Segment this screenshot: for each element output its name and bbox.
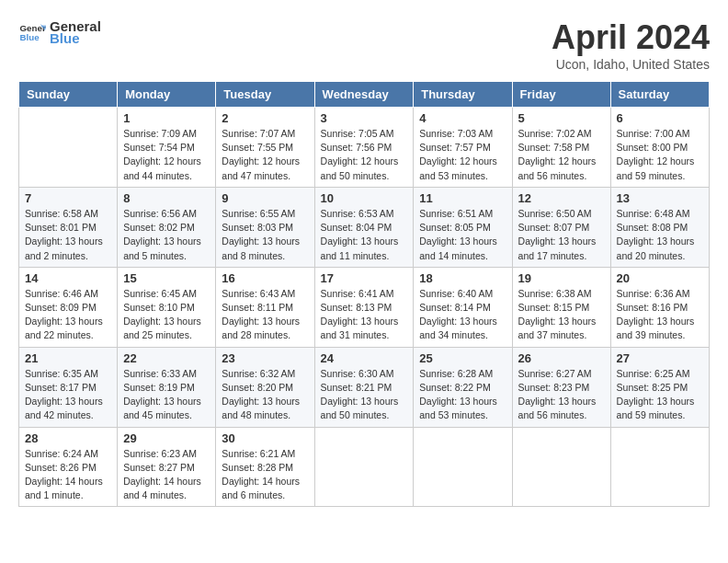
day-info: Sunrise: 6:56 AM Sunset: 8:02 PM Dayligh… — [123, 207, 210, 263]
logo: General Blue General Blue — [18, 18, 101, 46]
weekday-header-cell: Thursday — [414, 82, 512, 108]
day-number: 29 — [123, 431, 210, 445]
day-info: Sunrise: 6:24 AM Sunset: 8:26 PM Dayligh… — [25, 447, 111, 503]
calendar-day-cell — [314, 427, 414, 507]
calendar-day-cell: 3Sunrise: 7:05 AM Sunset: 7:56 PM Daylig… — [314, 108, 414, 188]
calendar-day-cell: 30Sunrise: 6:21 AM Sunset: 8:28 PM Dayli… — [216, 427, 314, 507]
calendar-body: 1Sunrise: 7:09 AM Sunset: 7:54 PM Daylig… — [19, 108, 710, 507]
day-info: Sunrise: 6:33 AM Sunset: 8:19 PM Dayligh… — [123, 367, 210, 423]
calendar-day-cell: 22Sunrise: 6:33 AM Sunset: 8:19 PM Dayli… — [118, 347, 216, 427]
day-number: 3 — [321, 111, 408, 125]
calendar-day-cell — [512, 427, 610, 507]
calendar-day-cell: 17Sunrise: 6:41 AM Sunset: 8:13 PM Dayli… — [314, 267, 414, 347]
day-info: Sunrise: 6:28 AM Sunset: 8:22 PM Dayligh… — [419, 367, 506, 423]
day-info: Sunrise: 6:53 AM Sunset: 8:04 PM Dayligh… — [321, 207, 408, 263]
day-number: 6 — [617, 111, 703, 125]
calendar-day-cell: 18Sunrise: 6:40 AM Sunset: 8:14 PM Dayli… — [414, 267, 512, 347]
day-info: Sunrise: 7:00 AM Sunset: 8:00 PM Dayligh… — [617, 127, 703, 183]
day-info: Sunrise: 7:07 AM Sunset: 7:55 PM Dayligh… — [222, 127, 308, 183]
day-info: Sunrise: 6:38 AM Sunset: 8:15 PM Dayligh… — [518, 287, 605, 343]
calendar-day-cell: 9Sunrise: 6:55 AM Sunset: 8:03 PM Daylig… — [216, 187, 314, 267]
weekday-header-cell: Tuesday — [216, 82, 314, 108]
calendar-day-cell: 14Sunrise: 6:46 AM Sunset: 8:09 PM Dayli… — [19, 267, 118, 347]
calendar-day-cell — [19, 108, 118, 188]
day-number: 19 — [518, 271, 605, 285]
calendar-day-cell: 13Sunrise: 6:48 AM Sunset: 8:08 PM Dayli… — [610, 187, 709, 267]
day-info: Sunrise: 7:03 AM Sunset: 7:57 PM Dayligh… — [419, 127, 506, 183]
calendar-week-row: 14Sunrise: 6:46 AM Sunset: 8:09 PM Dayli… — [19, 267, 710, 347]
title-block: April 2024 Ucon, Idaho, United States — [552, 18, 710, 72]
calendar-week-row: 7Sunrise: 6:58 AM Sunset: 8:01 PM Daylig… — [19, 187, 710, 267]
calendar-day-cell: 24Sunrise: 6:30 AM Sunset: 8:21 PM Dayli… — [314, 347, 414, 427]
day-info: Sunrise: 6:21 AM Sunset: 8:28 PM Dayligh… — [222, 447, 308, 503]
calendar-day-cell: 19Sunrise: 6:38 AM Sunset: 8:15 PM Dayli… — [512, 267, 610, 347]
day-info: Sunrise: 6:35 AM Sunset: 8:17 PM Dayligh… — [25, 367, 111, 423]
calendar-day-cell: 16Sunrise: 6:43 AM Sunset: 8:11 PM Dayli… — [216, 267, 314, 347]
day-info: Sunrise: 6:41 AM Sunset: 8:13 PM Dayligh… — [321, 287, 408, 343]
calendar-day-cell: 4Sunrise: 7:03 AM Sunset: 7:57 PM Daylig… — [414, 108, 512, 188]
day-info: Sunrise: 6:25 AM Sunset: 8:25 PM Dayligh… — [617, 367, 703, 423]
weekday-header-cell: Sunday — [19, 82, 118, 108]
svg-text:General: General — [20, 23, 47, 33]
day-info: Sunrise: 7:09 AM Sunset: 7:54 PM Dayligh… — [123, 127, 210, 183]
day-info: Sunrise: 6:27 AM Sunset: 8:23 PM Dayligh… — [518, 367, 605, 423]
weekday-header-cell: Monday — [118, 82, 216, 108]
calendar-week-row: 1Sunrise: 7:09 AM Sunset: 7:54 PM Daylig… — [19, 108, 710, 188]
calendar-table: SundayMondayTuesdayWednesdayThursdayFrid… — [18, 81, 710, 507]
day-info: Sunrise: 6:46 AM Sunset: 8:09 PM Dayligh… — [25, 287, 111, 343]
location-title: Ucon, Idaho, United States — [552, 57, 710, 72]
day-number: 1 — [123, 111, 210, 125]
day-info: Sunrise: 6:30 AM Sunset: 8:21 PM Dayligh… — [321, 367, 408, 423]
day-number: 22 — [123, 351, 210, 365]
day-number: 13 — [617, 191, 703, 205]
month-title: April 2024 — [552, 18, 710, 57]
day-number: 24 — [321, 351, 408, 365]
calendar-day-cell: 2Sunrise: 7:07 AM Sunset: 7:55 PM Daylig… — [216, 108, 314, 188]
logo-icon: General Blue — [18, 18, 46, 46]
calendar-day-cell: 29Sunrise: 6:23 AM Sunset: 8:27 PM Dayli… — [118, 427, 216, 507]
page-header: General Blue General Blue April 2024 Uco… — [18, 18, 710, 72]
calendar-day-cell: 26Sunrise: 6:27 AM Sunset: 8:23 PM Dayli… — [512, 347, 610, 427]
svg-text:Blue: Blue — [20, 32, 40, 42]
day-info: Sunrise: 6:50 AM Sunset: 8:07 PM Dayligh… — [518, 207, 605, 263]
calendar-day-cell — [610, 427, 709, 507]
day-number: 18 — [419, 271, 506, 285]
calendar-day-cell: 20Sunrise: 6:36 AM Sunset: 8:16 PM Dayli… — [610, 267, 709, 347]
calendar-week-row: 21Sunrise: 6:35 AM Sunset: 8:17 PM Dayli… — [19, 347, 710, 427]
calendar-day-cell: 28Sunrise: 6:24 AM Sunset: 8:26 PM Dayli… — [19, 427, 118, 507]
day-info: Sunrise: 6:55 AM Sunset: 8:03 PM Dayligh… — [222, 207, 308, 263]
calendar-day-cell: 12Sunrise: 6:50 AM Sunset: 8:07 PM Dayli… — [512, 187, 610, 267]
day-info: Sunrise: 6:40 AM Sunset: 8:14 PM Dayligh… — [419, 287, 506, 343]
day-number: 25 — [419, 351, 506, 365]
weekday-header-cell: Friday — [512, 82, 610, 108]
calendar-day-cell — [414, 427, 512, 507]
day-number: 8 — [123, 191, 210, 205]
calendar-day-cell: 6Sunrise: 7:00 AM Sunset: 8:00 PM Daylig… — [610, 108, 709, 188]
day-number: 16 — [222, 271, 308, 285]
day-number: 27 — [617, 351, 703, 365]
weekday-header-cell: Wednesday — [314, 82, 414, 108]
day-info: Sunrise: 6:45 AM Sunset: 8:10 PM Dayligh… — [123, 287, 210, 343]
day-number: 10 — [321, 191, 408, 205]
calendar-day-cell: 25Sunrise: 6:28 AM Sunset: 8:22 PM Dayli… — [414, 347, 512, 427]
day-number: 14 — [25, 271, 111, 285]
weekday-header-row: SundayMondayTuesdayWednesdayThursdayFrid… — [19, 82, 710, 108]
day-info: Sunrise: 7:05 AM Sunset: 7:56 PM Dayligh… — [321, 127, 408, 183]
day-info: Sunrise: 7:02 AM Sunset: 7:58 PM Dayligh… — [518, 127, 605, 183]
day-number: 4 — [419, 111, 506, 125]
calendar-day-cell: 8Sunrise: 6:56 AM Sunset: 8:02 PM Daylig… — [118, 187, 216, 267]
day-number: 11 — [419, 191, 506, 205]
day-info: Sunrise: 6:58 AM Sunset: 8:01 PM Dayligh… — [25, 207, 111, 263]
calendar-day-cell: 15Sunrise: 6:45 AM Sunset: 8:10 PM Dayli… — [118, 267, 216, 347]
day-number: 17 — [321, 271, 408, 285]
day-number: 5 — [518, 111, 605, 125]
day-info: Sunrise: 6:51 AM Sunset: 8:05 PM Dayligh… — [419, 207, 506, 263]
day-number: 28 — [25, 431, 111, 445]
calendar-day-cell: 11Sunrise: 6:51 AM Sunset: 8:05 PM Dayli… — [414, 187, 512, 267]
weekday-header-cell: Saturday — [610, 82, 709, 108]
calendar-day-cell: 7Sunrise: 6:58 AM Sunset: 8:01 PM Daylig… — [19, 187, 118, 267]
calendar-day-cell: 27Sunrise: 6:25 AM Sunset: 8:25 PM Dayli… — [610, 347, 709, 427]
day-info: Sunrise: 6:23 AM Sunset: 8:27 PM Dayligh… — [123, 447, 210, 503]
day-number: 7 — [25, 191, 111, 205]
day-info: Sunrise: 6:48 AM Sunset: 8:08 PM Dayligh… — [617, 207, 703, 263]
